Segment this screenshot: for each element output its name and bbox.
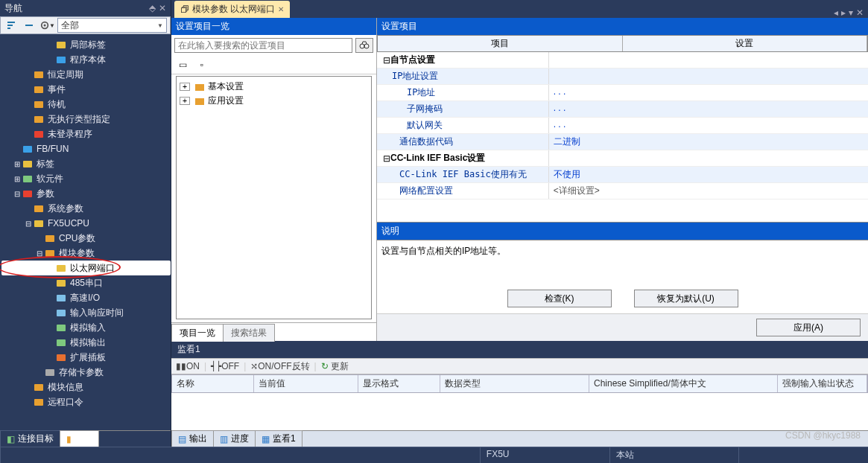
tree-item-param[interactable]: ⊟参数 [1,186,171,201]
tree-item-io[interactable]: 高速I/O [1,290,171,305]
setting-value[interactable]: . . . [549,101,868,117]
setting-row[interactable]: ⊟ 自节点设置 [377,52,868,68]
setting-row[interactable]: 网络配置设置<详细设置> [377,183,868,199]
tab-item-list[interactable]: 项目一览 [171,324,224,342]
setting-row[interactable]: ⊟ CC-Link IEF Basic设置 [377,150,868,167]
watch-col-value[interactable]: 当前值 [254,375,358,392]
wait-icon [33,98,45,110]
param-tree-item[interactable]: +基本设置 [180,80,368,94]
setting-value[interactable]: . . . [549,85,868,100]
tab-close-all-icon[interactable]: ✕ [856,7,864,18]
tab-next-icon[interactable]: ▸ [841,7,846,18]
setting-value[interactable]: 二进制 [549,134,868,150]
sys-icon [33,202,45,214]
close-icon[interactable]: ✕ [278,5,284,13]
tree-item-fb[interactable]: FB/FUN [1,141,171,156]
search-input[interactable] [174,38,352,53]
tab-search-result[interactable]: 搜索结果 [223,324,275,342]
tree-item-mod[interactable]: ⊟模块参数 [1,246,171,261]
setting-row[interactable]: IP地址设置 [377,68,868,85]
tree-item-label: 无执行类型指定 [48,113,110,126]
expander-icon[interactable]: ⊟ [13,190,22,198]
setting-value[interactable]: . . . [549,118,868,133]
setting-row[interactable]: 默认网关. . . [377,118,868,134]
expander-icon[interactable]: ⊞ [13,175,22,183]
tree-item-cpu2[interactable]: CPU参数 [1,231,171,246]
tree-item-notype[interactable]: 无执行类型指定 [1,112,171,127]
search-button[interactable] [355,38,373,53]
status-bar: FX5U 本站 [0,447,868,463]
tab-menu-icon[interactable]: ▾ [849,7,853,18]
setting-row[interactable]: 子网掩码. . . [377,101,868,118]
tab-prev-icon[interactable]: ◂ [834,7,838,18]
filter-combo[interactable]: 全部 ▼ [57,18,167,33]
collapse-button[interactable]: ▫ [194,57,210,72]
watch-col-name[interactable]: 名称 [172,375,254,392]
watch-update-button[interactable]: ↻ 更新 [321,360,349,373]
tree-item-tag[interactable]: 局部标签 [1,37,171,52]
watch-col-force[interactable]: 强制输入输出状态 [778,375,867,392]
tree-item-timer[interactable]: 恒定周期 [1,67,171,82]
tree-item-resp[interactable]: 输入响应时间 [1,305,171,320]
pin-icon[interactable]: ⬘ [149,3,156,13]
param-tree[interactable]: +基本设置+应用设置 [176,76,372,319]
apply-button[interactable]: 应用(A) [756,319,861,336]
tree-item-event[interactable]: 事件 [1,82,171,97]
setting-value[interactable]: <详细设置> [549,183,868,199]
setting-value[interactable] [549,68,868,84]
tree-item-wait[interactable]: 待机 [1,97,171,112]
setting-row[interactable]: CC-Link IEF Basic使用有无不使用 [377,167,868,183]
watch-col-lang[interactable]: Chinese Simplified/简体中文 [589,375,778,392]
tree-item-sd[interactable]: 存储卡参数 [1,365,171,380]
pw-icon [33,396,45,408]
settings-grid[interactable]: ⊟ 自节点设置IP地址设置IP地址. . . 子网掩码. . . 默认网关. .… [377,52,868,222]
expand-button[interactable]: ▭ [174,57,191,72]
tree-item-exp[interactable]: 扩展插板 [1,350,171,365]
tree-item-dev[interactable]: ⊞软元件 [1,171,171,186]
watch-on-button[interactable]: ▮▮ON [176,361,200,371]
expander-icon[interactable]: ⊟ [35,249,44,258]
param-tree-item[interactable]: +应用设置 [180,94,368,108]
svg-rect-23 [57,295,66,301]
watch-col-datatype[interactable]: 数据类型 [440,375,589,392]
watch-toggle-button[interactable]: ⤭ON/OFF反转 [250,360,309,373]
tree-item-cpu[interactable]: ⊟FX5UCPU [1,216,171,231]
ser-icon [55,277,67,289]
close-icon[interactable]: ✕ [159,3,166,13]
setting-value[interactable] [549,52,868,68]
setting-value[interactable]: 不使用 [549,167,868,182]
expander-icon[interactable]: ⊟ [24,220,33,228]
setting-row[interactable]: IP地址. . . [377,85,868,101]
tree-item-ain[interactable]: 模拟输入 [1,320,171,335]
tab-navigation[interactable]: ▮ 导航 [60,430,99,447]
tree-item-aout[interactable]: 模拟输出 [1,335,171,350]
tab-output[interactable]: ▤输出 [171,430,214,447]
collapse-button[interactable] [22,18,38,33]
watch-body[interactable] [171,393,868,430]
sort-button[interactable] [4,18,20,33]
tree-item-pw[interactable]: 远程口令 [1,395,171,409]
svg-point-31 [360,44,364,48]
tree-item-ser[interactable]: 485串口 [1,275,171,290]
expander-icon[interactable]: + [180,97,190,105]
expander-icon[interactable]: + [180,83,190,91]
tree-item-tag2[interactable]: ⊞标签 [1,156,171,171]
tab-connect-target[interactable]: ◧ 连接目标 [0,430,60,447]
setting-row[interactable]: 通信数据代码二进制 [377,134,868,150]
check-button[interactable]: 检查(K) [507,290,612,307]
tree-item-sys[interactable]: 系统参数 [1,201,171,216]
restore-default-button[interactable]: 恢复为默认(U) [634,290,738,307]
watch-col-format[interactable]: 显示格式 [358,375,440,392]
tree-item-info[interactable]: 模块信息 [1,380,171,395]
tree-item-code[interactable]: 程序本体 [1,52,171,67]
nav-tree[interactable]: 局部标签程序本体恒定周期事件待机无执行类型指定未登录程序FB/FUN⊞标签⊞软元… [0,34,171,430]
tab-progress[interactable]: ▥进度 [213,430,256,447]
setting-value[interactable] [549,150,868,166]
doc-tab-ethernet[interactable]: 🗇 模块参数 以太网端口 ✕ [174,1,290,18]
settings-button[interactable]: ▼ [39,18,56,33]
tree-item-eth[interactable]: 以太网端口 [1,261,171,275]
watch-off-button[interactable]: ┥┝OFF [211,361,239,371]
tab-watch1[interactable]: ▦监看1 [255,430,302,447]
tree-item-unreg[interactable]: 未登录程序 [1,127,171,141]
expander-icon[interactable]: ⊞ [13,160,22,168]
